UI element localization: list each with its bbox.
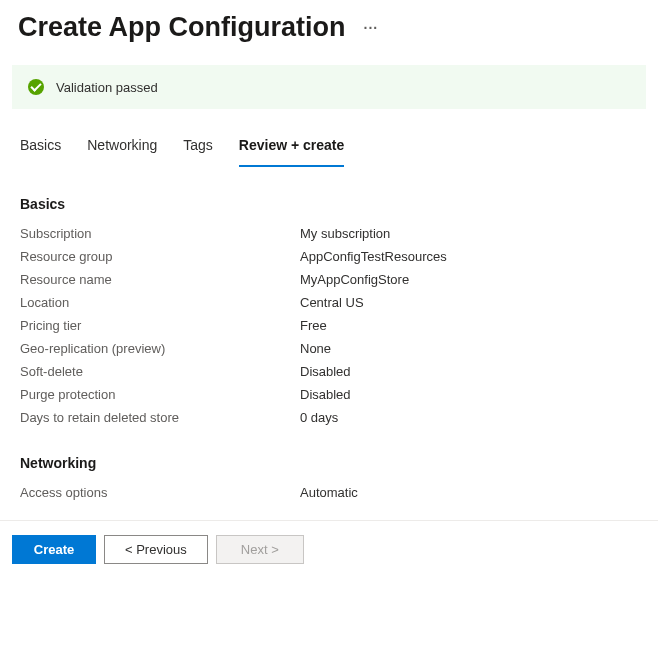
value-resource-group: AppConfigTestResources: [300, 249, 447, 264]
create-button[interactable]: Create: [12, 535, 96, 564]
value-resource-name: MyAppConfigStore: [300, 272, 409, 287]
footer: Create < Previous Next >: [0, 520, 658, 578]
label-subscription: Subscription: [20, 226, 300, 241]
more-icon[interactable]: ···: [364, 20, 379, 36]
previous-button[interactable]: < Previous: [104, 535, 208, 564]
row-location: Location Central US: [20, 295, 638, 310]
row-resource-group: Resource group AppConfigTestResources: [20, 249, 638, 264]
label-location: Location: [20, 295, 300, 310]
networking-heading: Networking: [20, 455, 638, 471]
section-networking: Networking Access options Automatic: [0, 455, 658, 500]
row-subscription: Subscription My subscription: [20, 226, 638, 241]
row-soft-delete: Soft-delete Disabled: [20, 364, 638, 379]
next-button: Next >: [216, 535, 304, 564]
tabs: Basics Networking Tags Review + create: [0, 127, 658, 168]
row-purge-protection: Purge protection Disabled: [20, 387, 638, 402]
row-pricing-tier: Pricing tier Free: [20, 318, 638, 333]
value-purge-protection: Disabled: [300, 387, 351, 402]
value-subscription: My subscription: [300, 226, 390, 241]
basics-heading: Basics: [20, 196, 638, 212]
label-resource-group: Resource group: [20, 249, 300, 264]
section-basics: Basics Subscription My subscription Reso…: [0, 196, 658, 425]
value-soft-delete: Disabled: [300, 364, 351, 379]
label-geo-replication: Geo-replication (preview): [20, 341, 300, 356]
value-geo-replication: None: [300, 341, 331, 356]
tab-basics[interactable]: Basics: [20, 127, 61, 167]
validation-message: Validation passed: [56, 80, 158, 95]
value-pricing-tier: Free: [300, 318, 327, 333]
row-geo-replication: Geo-replication (preview) None: [20, 341, 638, 356]
tab-review-create[interactable]: Review + create: [239, 127, 344, 167]
validation-banner: Validation passed: [12, 65, 646, 109]
tab-tags[interactable]: Tags: [183, 127, 213, 167]
label-access-options: Access options: [20, 485, 300, 500]
row-resource-name: Resource name MyAppConfigStore: [20, 272, 638, 287]
value-access-options: Automatic: [300, 485, 358, 500]
row-access-options: Access options Automatic: [20, 485, 638, 500]
label-pricing-tier: Pricing tier: [20, 318, 300, 333]
value-retain-days: 0 days: [300, 410, 338, 425]
label-resource-name: Resource name: [20, 272, 300, 287]
value-location: Central US: [300, 295, 364, 310]
page-title: Create App Configuration: [18, 12, 346, 43]
row-retain-days: Days to retain deleted store 0 days: [20, 410, 638, 425]
label-soft-delete: Soft-delete: [20, 364, 300, 379]
checkmark-icon: [28, 79, 44, 95]
label-purge-protection: Purge protection: [20, 387, 300, 402]
tab-networking[interactable]: Networking: [87, 127, 157, 167]
label-retain-days: Days to retain deleted store: [20, 410, 300, 425]
